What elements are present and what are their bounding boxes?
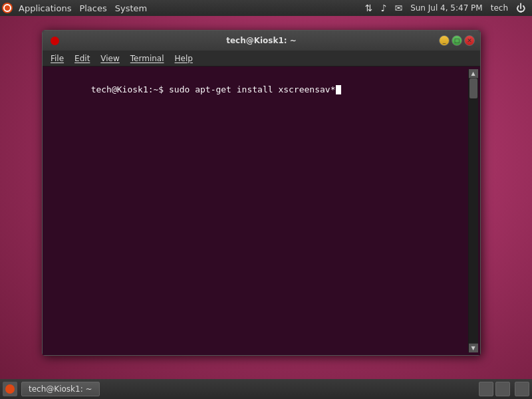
terminal-menu-terminal[interactable]: Terminal [125,53,170,65]
terminal-menu-file[interactable]: File [45,53,69,65]
sound-icon[interactable]: ♪ [378,0,389,16]
terminal-content[interactable]: tech@Kiosk1:~$ sudo apt-get install xscr… [43,66,480,355]
ubuntu-logo-icon[interactable] [0,0,15,16]
window-minimize-button[interactable]: _ [439,35,450,46]
places-menu[interactable]: Places [75,0,110,16]
panel-right: ⇅ ♪ ✉ Sun Jul 4, 5:47 PM tech ⏻ [362,0,532,16]
terminal-text-area[interactable]: tech@Kiosk1:~$ sudo apt-get install xscr… [45,69,468,352]
network-icon: ⇅ [362,0,376,16]
terminal-title: tech@Kiosk1: ~ [226,36,297,45]
terminal-menubar: File Edit View Terminal Help [43,51,480,66]
panel-left: Applications Places System [0,0,151,16]
terminal-window: tech@Kiosk1: ~ _ □ ✕ File Edit View Term… [42,30,481,356]
window-dot-red[interactable] [51,37,59,45]
taskbar-app-icon[interactable] [3,382,17,396]
titlebar-buttons: _ □ ✕ [439,35,475,46]
window-close-button[interactable]: ✕ [464,35,475,46]
scrollbar-track[interactable] [469,78,478,343]
terminal-prompt: tech@Kiosk1:~$ sudo apt-get install xscr… [91,84,342,94]
terminal-titlebar: tech@Kiosk1: ~ _ □ ✕ [43,31,480,51]
terminal-scrollbar: ▲ ▼ [468,69,477,352]
taskbar-pager-btn-2[interactable] [495,382,510,396]
scrollbar-down-button[interactable]: ▼ [469,343,478,352]
show-desktop-button[interactable] [515,382,529,396]
terminal-menu-edit[interactable]: Edit [69,53,95,65]
window-maximize-button[interactable]: □ [452,35,462,46]
terminal-menu-view[interactable]: View [95,53,124,65]
scrollbar-up-button[interactable]: ▲ [469,69,478,78]
power-icon[interactable]: ⏻ [513,0,528,16]
taskbar-pager-btn[interactable] [479,382,493,396]
desktop: Applications Places System ⇅ ♪ ✉ Sun Jul… [0,0,532,399]
terminal-cursor [336,85,341,94]
scrollbar-thumb[interactable] [469,78,477,98]
taskbar-terminal-window[interactable]: tech@Kiosk1: ~ [21,382,100,396]
datetime-display[interactable]: Sun Jul 4, 5:47 PM [408,0,485,16]
user-display[interactable]: tech [488,0,511,16]
bottom-panel: tech@Kiosk1: ~ [0,379,532,399]
top-panel: Applications Places System ⇅ ♪ ✉ Sun Jul… [0,0,532,16]
terminal-menu-help[interactable]: Help [170,53,198,65]
system-menu[interactable]: System [111,0,151,16]
email-icon[interactable]: ✉ [392,0,405,16]
applications-menu[interactable]: Applications [15,0,75,16]
taskbar-right [479,382,532,396]
